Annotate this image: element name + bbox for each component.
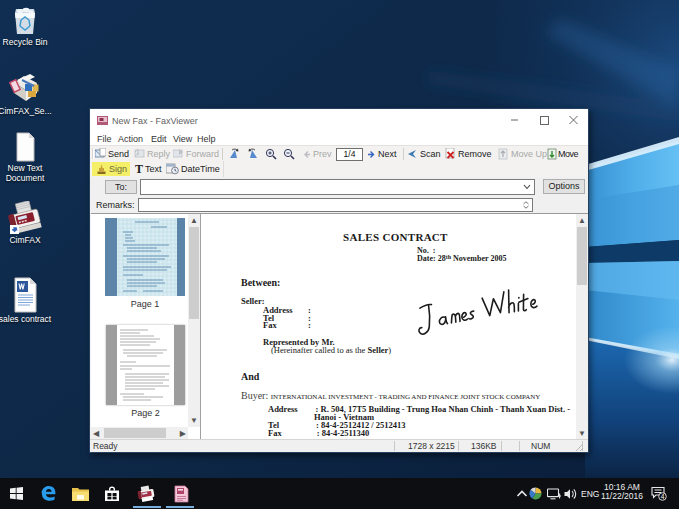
svg-text:4: 4 <box>661 493 665 500</box>
